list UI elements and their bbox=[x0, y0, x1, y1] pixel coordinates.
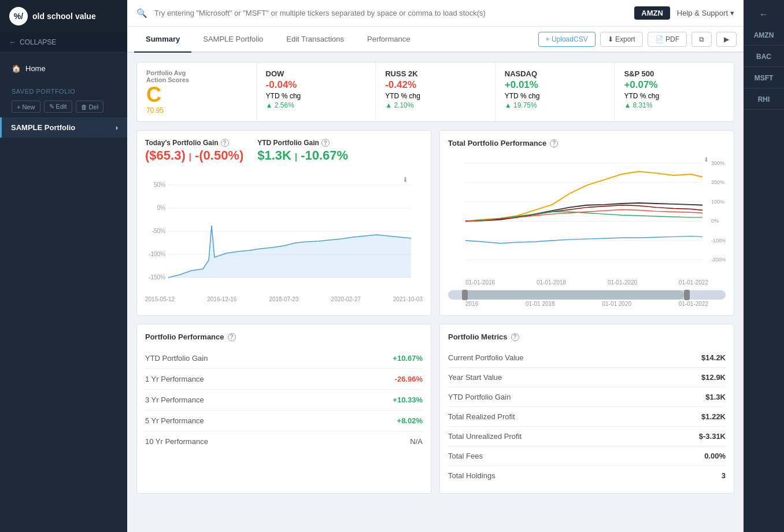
delete-portfolio-button[interactable]: 🗑 Del bbox=[76, 101, 104, 113]
total-portfolio-chart-card: Total Portfolio Performance ? 300% bbox=[439, 130, 734, 316]
tab-performance[interactable]: Performance bbox=[356, 27, 421, 53]
sp500-card: S&P 500 +0.07% YTD % chg ▲ 8.31% bbox=[615, 62, 734, 121]
topbar: 🔍 AMZN Help & Support ▾ bbox=[127, 0, 744, 27]
quick-ticker-msft[interactable]: MSFT bbox=[744, 68, 784, 88]
collapse-arrow-icon: ← bbox=[9, 38, 16, 46]
metrics-label-2: YTD Portfolio Gain bbox=[448, 393, 511, 401]
bottom-row: Portfolio Performance ? YTD Portfolio Ga… bbox=[136, 324, 734, 494]
range-handle-right[interactable] bbox=[684, 290, 690, 300]
quick-ticker-rhi[interactable]: RHI bbox=[744, 90, 784, 110]
quick-ticker-amzn[interactable]: AMZN bbox=[744, 25, 784, 46]
search-icon: 🔍 bbox=[136, 8, 147, 19]
metrics-row-4: Total Unrealized Profit $-3.31K bbox=[448, 427, 726, 446]
svg-text:-100%: -100% bbox=[149, 251, 165, 257]
metrics-val-4: $-3.31K bbox=[699, 432, 726, 441]
perf-row-4: 10 Yr Performance N/A bbox=[145, 431, 423, 452]
quick-ticker-bac[interactable]: BAC bbox=[744, 47, 784, 67]
perf-row-0: YTD Portfolio Gain +10.67% bbox=[145, 348, 423, 369]
sidebar-item-home[interactable]: 🏠 Home bbox=[0, 58, 127, 79]
svg-text:0%: 0% bbox=[711, 219, 719, 224]
dow-ytd-pct: ▲ 2.56% bbox=[266, 101, 367, 109]
active-portfolio-item[interactable]: SAMPLE Portfolio › bbox=[0, 117, 127, 138]
range-handle-left[interactable] bbox=[462, 290, 468, 300]
chart-xaxis: 2015-05-12 2016-12-16 2018-07-23 2020-02… bbox=[145, 295, 423, 302]
help-label: Help & Support bbox=[677, 9, 728, 17]
range-xaxis-1: 2016 bbox=[465, 301, 478, 307]
portfolio-performance-help-icon[interactable]: ? bbox=[228, 333, 236, 341]
right-panel-collapse-button[interactable]: ← bbox=[744, 5, 784, 24]
ytd-gain-label: YTD Portfolio Gain ? bbox=[257, 139, 348, 147]
portfolio-arrow-icon: › bbox=[116, 123, 118, 132]
xaxis-label-4: 2020-02-27 bbox=[331, 296, 361, 302]
dow-ytd-label: YTD % chg bbox=[266, 92, 367, 100]
perf-label-1: 1 Yr Performance bbox=[145, 375, 204, 383]
new-portfolio-button[interactable]: + New bbox=[12, 101, 40, 113]
upload-csv-button[interactable]: + UploadCSV bbox=[538, 32, 596, 47]
export-button[interactable]: ⬇ Export bbox=[600, 32, 643, 47]
russ2k-card: RUSS 2K -0.42% YTD % chg ▲ 2.10% bbox=[376, 62, 495, 121]
ytd-gain-help-icon[interactable]: ? bbox=[321, 139, 330, 147]
tp-xaxis-1: 01-01-2016 bbox=[465, 279, 495, 286]
perf-label-4: 10 Yr Performance bbox=[145, 437, 208, 446]
total-portfolio-chart: 300% 200% 100% 0% -100% -200% ⬇ bbox=[448, 152, 726, 279]
nasdaq-ytd-pct: ▲ 19.75% bbox=[505, 101, 605, 109]
pdf-button[interactable]: 📄 PDF bbox=[648, 32, 687, 47]
current-ticker-badge[interactable]: AMZN bbox=[634, 6, 670, 20]
svg-text:100%: 100% bbox=[711, 199, 724, 205]
help-support-link[interactable]: Help & Support ▾ bbox=[677, 9, 734, 17]
svg-text:⬇: ⬇ bbox=[704, 156, 709, 163]
svg-text:300%: 300% bbox=[711, 160, 724, 166]
portfolio-score-value: 70.95 bbox=[146, 106, 164, 114]
topbar-right: AMZN Help & Support ▾ bbox=[634, 6, 734, 20]
charts-row: Today's Portfolio Gain ? ($65.3) | -(0.5… bbox=[136, 130, 734, 316]
svg-text:200%: 200% bbox=[711, 180, 724, 186]
metrics-row-3: Total Realized Profit $1.22K bbox=[448, 407, 726, 427]
tab-sample-portfolio[interactable]: SAMPLE Portfolio bbox=[191, 27, 275, 53]
portfolio-metrics-card: Portfolio Metrics ? Current Portfolio Va… bbox=[439, 324, 734, 494]
tp-xaxis-2: 01-01-2018 bbox=[537, 279, 566, 286]
perf-row-3: 5 Yr Performance +8.02% bbox=[145, 411, 423, 431]
perf-label-0: YTD Portfolio Gain bbox=[145, 354, 208, 363]
svg-text:0%: 0% bbox=[157, 205, 166, 211]
perf-label-3: 5 Yr Performance bbox=[145, 416, 204, 425]
collapse-button[interactable]: ← COLLAPSE bbox=[0, 32, 127, 53]
tab-edit-transactions[interactable]: Edit Transactions bbox=[275, 27, 356, 53]
total-portfolio-svg: 300% 200% 100% 0% -100% -200% ⬇ bbox=[448, 152, 726, 279]
copy-button[interactable]: ⧉ bbox=[691, 32, 712, 47]
chart-range-slider[interactable] bbox=[448, 290, 726, 300]
main-content: 🔍 AMZN Help & Support ▾ Summary SAMPLE P… bbox=[127, 0, 744, 532]
play-button[interactable]: ▶ bbox=[716, 32, 737, 47]
sidebar-logo: %/ old school value bbox=[0, 0, 127, 32]
search-input[interactable] bbox=[154, 9, 627, 17]
tab-bar: Summary SAMPLE Portfolio Edit Transactio… bbox=[127, 27, 744, 53]
perf-row-1: 1 Yr Performance -26.96% bbox=[145, 369, 423, 390]
portfolio-metrics-title: Portfolio Metrics ? bbox=[448, 332, 726, 341]
metrics-row-2: YTD Portfolio Gain $1.3K bbox=[448, 387, 726, 407]
portfolio-grade: C bbox=[146, 84, 161, 105]
range-fill bbox=[462, 290, 684, 300]
tab-summary[interactable]: Summary bbox=[134, 27, 191, 53]
dow-card: DOW -0.04% YTD % chg ▲ 2.56% bbox=[257, 62, 376, 121]
portfolio-metrics-help-icon[interactable]: ? bbox=[511, 333, 519, 341]
total-portfolio-help-icon[interactable]: ? bbox=[550, 139, 558, 147]
range-xaxis-3: 01-01 2020 bbox=[602, 301, 631, 307]
range-xaxis-4: 01-01-2022 bbox=[679, 301, 708, 307]
russ2k-ytd-pct: ▲ 2.10% bbox=[385, 101, 486, 109]
dow-daily-pct: -0.04% bbox=[266, 79, 367, 91]
xaxis-label-2: 2016-12-16 bbox=[207, 296, 236, 302]
nasdaq-daily-pct: +0.01% bbox=[505, 79, 605, 91]
ytd-gain-value: $1.3K | -10.67% bbox=[257, 148, 348, 163]
today-gain-help-icon[interactable]: ? bbox=[221, 139, 229, 147]
nasdaq-name: NASDAQ bbox=[505, 69, 605, 78]
metrics-label-0: Current Portfolio Value bbox=[448, 353, 524, 362]
sp500-ytd-pct: ▲ 8.31% bbox=[624, 101, 724, 109]
metrics-val-1: $12.9K bbox=[701, 373, 726, 382]
metrics-label-4: Total Unrealized Profit bbox=[448, 432, 522, 441]
nasdaq-ytd-label: YTD % chg bbox=[505, 92, 605, 100]
sidebar-nav: 🏠 Home Saved Portfolio + New ✎ Edit 🗑 De… bbox=[0, 53, 127, 143]
ytd-gain-block: YTD Portfolio Gain ? $1.3K | -10.67% bbox=[257, 139, 348, 163]
logo-icon: %/ bbox=[9, 7, 28, 25]
metrics-row-6: Total Holdings 3 bbox=[448, 466, 726, 485]
edit-portfolio-button[interactable]: ✎ Edit bbox=[44, 101, 72, 113]
russ2k-ytd-label: YTD % chg bbox=[385, 92, 486, 100]
